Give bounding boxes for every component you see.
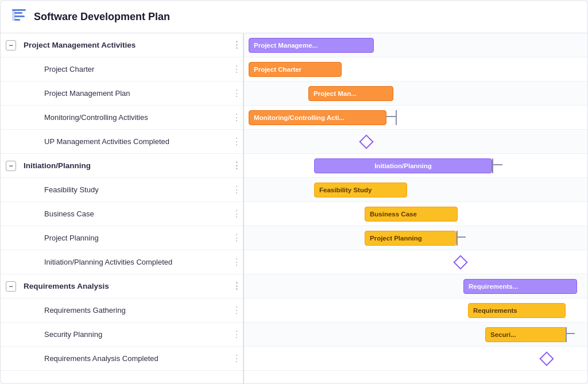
- group-label-ip: Initiation/Planning: [21, 161, 229, 170]
- gantt-body: − Project Management Activities ⋮ Projec…: [1, 33, 587, 383]
- svg-rect-3: [14, 15, 25, 17]
- task-row-charter: Project Charter ⋮: [1, 57, 243, 82]
- bar-security-planning[interactable]: Securi...: [485, 327, 567, 342]
- bracket-pp-v: [457, 231, 458, 246]
- bar-feasibility[interactable]: Feasibility Study: [314, 183, 407, 197]
- header: Software Development Plan: [1, 1, 587, 33]
- chart-inner: Project Manageme... Project Charter Proj…: [244, 33, 587, 371]
- group-label-ra: Requirements Analysis: [21, 282, 229, 290]
- group-row-ip: − Initiation/Planning ⋮: [1, 154, 243, 178]
- collapse-ip[interactable]: −: [6, 161, 16, 171]
- chart-row-project-planning: Project Planning: [244, 226, 587, 250]
- task-label-up-mgmt: UP Management Activities Completed: [42, 137, 229, 146]
- task-label-mgmt-plan: Project Management Plan: [42, 89, 229, 98]
- task-label-charter: Project Charter: [42, 65, 229, 73]
- menu-dots-monitoring[interactable]: ⋮: [229, 112, 243, 123]
- gantt-icon: [11, 7, 27, 26]
- chart-row-ra-group: Requirements...: [244, 274, 587, 298]
- app-container: Software Development Plan − Project Mana…: [0, 0, 588, 384]
- task-label-project-planning: Project Planning: [42, 234, 229, 242]
- bar-charter[interactable]: Project Charter: [249, 62, 342, 77]
- chart-row-ip-group: Initiation/Planning: [244, 154, 587, 178]
- chart-area: Project Manageme... Project Charter Proj…: [244, 33, 587, 383]
- task-row-business-case: Business Case ⋮: [1, 202, 243, 226]
- chart-row-ra-completed: [244, 347, 587, 371]
- chart-row-req-gathering: Requirements: [244, 298, 587, 323]
- bracket-sp-h: [566, 333, 575, 334]
- menu-dots-feasibility[interactable]: ⋮: [229, 184, 243, 195]
- bar-monitoring[interactable]: Monitoring/Controlling Acti...: [249, 110, 386, 125]
- diamond-pm: [359, 134, 373, 149]
- svg-rect-1: [12, 9, 16, 21]
- task-list: − Project Management Activities ⋮ Projec…: [1, 33, 244, 383]
- diamond-ra: [539, 351, 554, 366]
- task-row-mgmt-plan: Project Management Plan ⋮: [1, 82, 243, 106]
- menu-dots-req-gathering[interactable]: ⋮: [229, 305, 243, 316]
- menu-dots-up-mgmt[interactable]: ⋮: [229, 136, 243, 147]
- group-row-pm: − Project Management Activities ⋮: [1, 33, 243, 57]
- chart-row-ip-completed: [244, 250, 587, 274]
- indent-pm: −: [1, 40, 21, 51]
- chart-row-charter: Project Charter: [244, 57, 587, 82]
- task-row-monitoring: Monitoring/Controlling Activities ⋮: [1, 106, 243, 130]
- diamond-ip: [453, 255, 467, 269]
- task-label-ip-completed: Initiation/Planning Activities Completed: [42, 258, 229, 266]
- task-label-req-gathering: Requirements Gathering: [42, 306, 229, 315]
- bracket-pp-h: [457, 236, 466, 238]
- task-row-security-planning: Security Planning ⋮: [1, 323, 243, 347]
- menu-dots-security-planning[interactable]: ⋮: [229, 329, 243, 340]
- menu-dots-g3[interactable]: ⋮: [229, 281, 243, 292]
- task-label-business-case: Business Case: [42, 210, 229, 218]
- chart-row-security-planning: Securi...: [244, 323, 587, 347]
- bracket-ip-h: [492, 164, 502, 165]
- task-row-req-gathering: Requirements Gathering ⋮: [1, 298, 243, 323]
- chart-row-business-case: Business Case: [244, 202, 587, 226]
- bar-project-planning[interactable]: Project Planning: [365, 231, 457, 246]
- indent-ip: −: [1, 161, 21, 171]
- menu-dots-charter[interactable]: ⋮: [229, 64, 243, 75]
- indent-ra: −: [1, 281, 21, 292]
- bar-ra-group[interactable]: Requirements...: [463, 279, 577, 294]
- bracket-sp-v: [566, 327, 567, 342]
- menu-dots-business-case[interactable]: ⋮: [229, 208, 243, 219]
- bracket-monitoring-v: [396, 110, 397, 125]
- task-label-monitoring: Monitoring/Controlling Activities: [42, 113, 229, 122]
- chart-row-up-mgmt: [244, 130, 587, 154]
- chart-row-mgmt-plan: Project Man...: [244, 82, 587, 106]
- chart-row-feasibility: Feasibility Study: [244, 178, 587, 202]
- svg-rect-4: [14, 19, 20, 21]
- bar-mgmt-plan[interactable]: Project Man...: [308, 86, 393, 101]
- menu-dots-ip-completed[interactable]: ⋮: [229, 257, 243, 267]
- collapse-pm[interactable]: −: [6, 40, 16, 51]
- menu-dots-project-planning[interactable]: ⋮: [229, 232, 243, 243]
- menu-dots-mgmt-plan[interactable]: ⋮: [229, 88, 243, 99]
- task-label-feasibility: Feasibility Study: [42, 185, 229, 194]
- bracket-ip-v: [492, 158, 493, 173]
- collapse-ra[interactable]: −: [6, 281, 16, 292]
- menu-dots-ra-completed[interactable]: ⋮: [229, 353, 243, 364]
- group-row-ra: − Requirements Analysis ⋮: [1, 274, 243, 298]
- chart-row-monitoring: Monitoring/Controlling Acti...: [244, 106, 587, 130]
- bar-pm-group[interactable]: Project Manageme...: [249, 38, 374, 53]
- chart-row-pm-group: Project Manageme...: [244, 33, 587, 57]
- task-row-ra-completed: Requirements Analysis Completed ⋮: [1, 347, 243, 371]
- menu-dots-g1[interactable]: ⋮: [229, 40, 243, 51]
- task-label-ra-completed: Requirements Analysis Completed: [42, 354, 229, 363]
- page-title: Software Development Plan: [34, 11, 170, 23]
- bar-ip-group[interactable]: Initiation/Planning: [314, 158, 492, 173]
- task-row-project-planning: Project Planning ⋮: [1, 226, 243, 250]
- task-row-feasibility: Feasibility Study ⋮: [1, 178, 243, 202]
- bar-req-gathering[interactable]: Requirements: [468, 303, 566, 318]
- task-row-ip-completed: Initiation/Planning Activities Completed…: [1, 250, 243, 274]
- task-row-up-mgmt: UP Management Activities Completed ⋮: [1, 130, 243, 154]
- task-label-security-planning: Security Planning: [42, 330, 229, 339]
- svg-rect-2: [14, 12, 22, 14]
- group-label-pm: Project Management Activities: [21, 41, 229, 49]
- menu-dots-g2[interactable]: ⋮: [229, 160, 243, 171]
- bar-business-case[interactable]: Business Case: [365, 207, 458, 222]
